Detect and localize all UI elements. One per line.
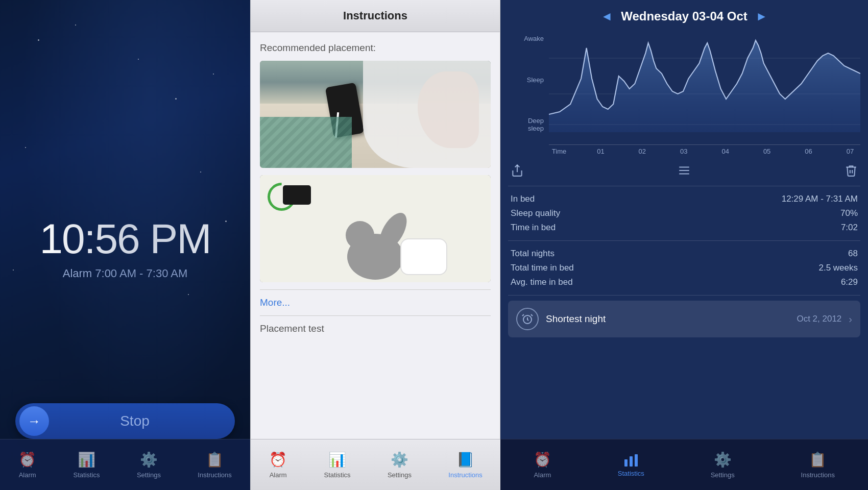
svg-rect-13 <box>630 456 633 467</box>
stats-divider-3 <box>508 295 860 296</box>
panel-statistics: ◄ Wednesday 03-04 Oct ► Awake Sleep Deep… <box>500 0 868 490</box>
total-nights-value: 68 <box>848 249 858 259</box>
list-button[interactable] <box>675 161 693 180</box>
time-07: 07 <box>840 148 860 155</box>
tab-instructions-1[interactable]: 📋 Instructions <box>189 447 239 483</box>
time-in-bed-label: Time in bed <box>511 223 556 233</box>
share-button[interactable] <box>508 161 526 180</box>
tab-bar-panel1: ⏰ Alarm 📊 Statistics ⚙️ Settings 📋 Instr… <box>0 439 250 490</box>
next-day-button[interactable]: ► <box>756 9 768 23</box>
instructions-icon-1: 📋 <box>206 451 224 468</box>
tab-alarm-2[interactable]: ⏰ Alarm <box>261 447 295 483</box>
chart-x-labels: Time 01 02 03 04 05 06 07 <box>508 145 860 155</box>
tab-statistics-1[interactable]: 📊 Statistics <box>65 447 108 483</box>
tab-statistics-label-1: Statistics <box>74 471 100 479</box>
stop-button[interactable]: → Stop <box>15 403 235 439</box>
tab-alarm-label-1: Alarm <box>19 471 36 479</box>
stop-arrow-circle: → <box>19 406 49 436</box>
tab-instructions-3[interactable]: 📋 Instructions <box>793 447 843 483</box>
chart-toolbar <box>500 155 868 186</box>
placement-label: Recommended placement: <box>260 42 491 54</box>
settings-icon-2: ⚙️ <box>391 451 408 468</box>
tab-bar-panel2: ⏰ Alarm 📊 Statistics ⚙️ Settings 📘 Instr… <box>251 439 501 490</box>
instructions-body: Recommended placement: <box>251 32 500 439</box>
total-time-label: Total time in bed <box>511 263 574 273</box>
moon-graphic <box>92 138 158 205</box>
time-06: 06 <box>799 148 819 155</box>
statistics-icon-1: 📊 <box>78 451 95 468</box>
clock-alarm: Alarm 7:00 AM - 7:30 AM <box>63 267 188 280</box>
deep-sleep-label: Deepsleep <box>508 117 544 132</box>
moon-container <box>40 138 211 205</box>
divider-1 <box>260 289 491 290</box>
total-nights-row: Total nights 68 <box>511 249 858 259</box>
shortest-night-item[interactable]: Shortest night Oct 2, 2012 › <box>508 301 860 337</box>
tab-statistics-label-3: Statistics <box>618 470 644 477</box>
in-bed-value: 12:29 AM - 7:31 AM <box>782 194 858 204</box>
divider-2 <box>260 315 491 316</box>
placement-illustration <box>260 175 491 282</box>
tab-statistics-2[interactable]: 📊 Statistics <box>316 447 359 483</box>
tab-settings-1[interactable]: ⚙️ Settings <box>129 447 169 483</box>
sleep-quality-row: Sleep quality 70% <box>511 208 858 218</box>
svg-rect-12 <box>624 459 628 467</box>
stats-data-section1: In bed 12:29 AM - 7:31 AM Sleep quality … <box>500 186 868 240</box>
avg-time-value: 6:29 <box>841 277 858 287</box>
tab-statistics-label-2: Statistics <box>324 471 351 479</box>
tab-settings-label-1: Settings <box>137 471 161 479</box>
panel-instructions: Instructions Recommended placement: <box>250 0 500 490</box>
placement-test-label: Placement test <box>260 323 491 334</box>
tab-instructions-label-2: Instructions <box>448 471 482 479</box>
prev-day-button[interactable]: ◄ <box>600 9 613 23</box>
tab-bar-panel3: ⏰ Alarm Statistics ⚙️ Settings 📋 Instruc… <box>500 439 868 490</box>
total-nights-label: Total nights <box>511 249 554 259</box>
avg-time-row: Avg. time in bed 6:29 <box>511 277 858 287</box>
shortest-night-date: Oct 2, 2012 <box>797 314 841 324</box>
delete-button[interactable] <box>842 161 860 180</box>
sleep-label: Sleep <box>508 77 544 84</box>
svg-point-1 <box>346 221 374 250</box>
more-link[interactable]: More... <box>260 297 491 308</box>
statistics-chart-icon <box>623 452 639 467</box>
stats-date: Wednesday 03-04 Oct <box>621 9 748 23</box>
tab-alarm-3[interactable]: ⏰ Alarm <box>525 447 560 483</box>
tab-instructions-label-1: Instructions <box>198 471 231 479</box>
stop-label: Stop <box>49 413 231 429</box>
sleep-quality-label: Sleep quality <box>511 208 560 218</box>
tab-settings-label-3: Settings <box>711 471 735 479</box>
time-02: 02 <box>632 148 653 155</box>
tab-instructions-2[interactable]: 📘 Instructions <box>440 447 490 483</box>
chart-area: Awake Sleep Deepsleep <box>508 33 860 145</box>
alarm-icon-circle <box>516 308 539 330</box>
chart-graph <box>549 33 860 145</box>
clock-time: 10:56 PM <box>40 215 211 263</box>
awake-label: Awake <box>508 35 544 42</box>
statistics-icon-2: 📊 <box>328 451 346 468</box>
total-time-row: Total time in bed 2.5 weeks <box>511 263 858 273</box>
chart-y-labels: Awake Sleep Deepsleep <box>508 33 549 145</box>
time-in-bed-row: Time in bed 7:02 <box>511 223 858 233</box>
svg-rect-3 <box>401 239 447 275</box>
tab-settings-3[interactable]: ⚙️ Settings <box>703 447 743 483</box>
alarm-icon-2: ⏰ <box>269 451 287 468</box>
tab-alarm-label-3: Alarm <box>534 471 551 479</box>
chart-svg <box>549 33 860 132</box>
stats-header: ◄ Wednesday 03-04 Oct ► <box>500 0 868 33</box>
time-01: 01 <box>590 148 611 155</box>
instructions-header: Instructions <box>251 0 500 32</box>
tab-settings-2[interactable]: ⚙️ Settings <box>379 447 420 483</box>
tab-alarm-label-2: Alarm <box>270 471 287 479</box>
instructions-title: Instructions <box>343 9 407 22</box>
panel-clock: 10:56 PM Alarm 7:00 AM - 7:30 AM → Stop … <box>0 0 250 490</box>
sleep-quality-value: 70% <box>840 208 858 218</box>
instructions-icon-2: 📘 <box>456 451 474 468</box>
settings-icon-3: ⚙️ <box>714 451 732 468</box>
svg-rect-14 <box>635 454 638 467</box>
chevron-right-icon: › <box>849 313 852 325</box>
tab-statistics-3[interactable]: Statistics <box>610 448 653 481</box>
avg-time-label: Avg. time in bed <box>511 277 573 287</box>
alarm-icon: ⏰ <box>18 451 36 468</box>
tab-alarm-1[interactable]: ⏰ Alarm <box>10 447 44 483</box>
time-in-bed-value: 7:02 <box>841 223 858 233</box>
shortest-night-label: Shortest night <box>546 313 789 325</box>
